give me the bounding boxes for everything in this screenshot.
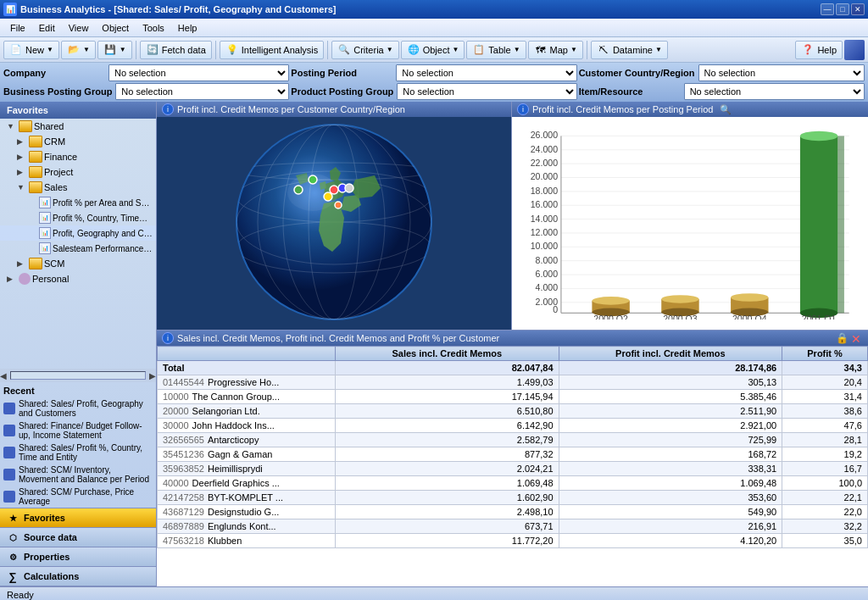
sidebar-scroll-thumb[interactable]	[10, 371, 146, 380]
cell-profit: 168,72	[559, 447, 782, 462]
tab-favorites[interactable]: ★ Favorites	[0, 508, 156, 528]
datamine-button[interactable]: ⛏ Datamine ▼	[591, 41, 668, 59]
minimize-button[interactable]: —	[821, 3, 834, 15]
customer-country-label: Customer Country/Region	[579, 68, 695, 78]
tree-finance[interactable]: ▶ Finance	[0, 149, 156, 164]
menu-view[interactable]: View	[62, 21, 96, 35]
svg-text:18.000: 18.000	[531, 186, 558, 196]
tab-properties[interactable]: ⚙ Properties	[0, 547, 156, 567]
object-button[interactable]: 🌐 Object ▼	[401, 41, 465, 59]
sidebar-scrollbar[interactable]: ◀ ▶	[0, 369, 156, 382]
table-row[interactable]: 10000The Cannon Group... 17.145,94 5.385…	[158, 390, 868, 404]
sidebar-bottom-tabs: ★ Favorites ⬡ Source data ⚙ Properties ∑…	[0, 508, 156, 586]
table-icon: 📋	[472, 43, 486, 57]
recent-icon	[3, 403, 15, 414]
cell-sales: 1.069,48	[336, 476, 559, 491]
charts-row: i Profit incl. Credit Memos per Customer…	[157, 102, 868, 331]
globe-info-icon: i	[162, 103, 174, 115]
menu-tools[interactable]: Tools	[136, 21, 171, 35]
table-row[interactable]: 30000John Haddock Ins... 6.142,90 2.921,…	[158, 419, 868, 433]
bar-info-icon: i	[517, 103, 529, 115]
table-row[interactable]: Total 82.047,84 28.174,86 34,3	[158, 361, 868, 375]
tab-source-data[interactable]: ⬡ Source data	[0, 528, 156, 547]
table-row[interactable]: 20000Selangorian Ltd. 6.510,80 2.511,90 …	[158, 404, 868, 419]
recent-item-1[interactable]: Shared: Sales/ Profit, Geography and Cus…	[0, 397, 156, 419]
new-button[interactable]: 📄 New ▼	[3, 41, 59, 59]
customer-country-select[interactable]: No selection	[698, 64, 865, 81]
menu-object[interactable]: Object	[95, 21, 136, 35]
tree-project[interactable]: ▶ Project	[0, 164, 156, 180]
personal-icon	[19, 273, 31, 285]
tree-profit-country[interactable]: 📊 Profit %, Country, Time…	[0, 210, 156, 225]
recent-header: Recent	[0, 384, 156, 397]
recent-item-4[interactable]: Shared: SCM/ Inventory, Movement and Bal…	[0, 464, 156, 486]
tree-item-label: Personal	[32, 274, 69, 284]
table-row[interactable]: 32656565Antarcticopy 2.582,79 725,99 28,…	[158, 433, 868, 447]
recent-item-2[interactable]: Shared: Finance/ Budget Follow-up, Incom…	[0, 419, 156, 442]
close-button[interactable]: ✕	[851, 3, 865, 15]
zoom-icon[interactable]: 🔍	[720, 104, 732, 115]
help-button[interactable]: ❓ Help	[795, 41, 843, 59]
table-row[interactable]: 35451236Gagn & Gaman 877,32 168,72 19,2	[158, 447, 868, 462]
menu-bar: File Edit View Object Tools Help	[0, 19, 868, 37]
tree-scm[interactable]: ▶ SCM	[0, 256, 156, 271]
lock-icon[interactable]: 🔒	[836, 332, 848, 344]
item-resource-select[interactable]: No selection	[684, 83, 865, 100]
menu-file[interactable]: File	[3, 21, 32, 35]
recent-item-5[interactable]: Shared: SCM/ Purchase, Price Average	[0, 486, 156, 508]
doc-icon: 📊	[39, 212, 51, 224]
cell-customer: 32656565Antarcticopy	[158, 433, 336, 447]
cell-profit: 2.921,00	[559, 419, 782, 433]
cell-customer: 20000Selangorian Ltd.	[158, 404, 336, 419]
table-row[interactable]: 47563218Klubben 11.772,20 4.120,20 35,0	[158, 534, 868, 548]
table-title: Sales incl. Credit Memos, Profit incl. C…	[177, 333, 499, 343]
table-button[interactable]: 📋 Table ▼	[466, 41, 526, 59]
expand-icon: ▶	[17, 153, 27, 161]
cell-customer: 35451236Gagn & Gaman	[158, 447, 336, 462]
tree-sales[interactable]: ▼ Sales	[0, 180, 156, 195]
biz-posting-select[interactable]: No selection	[115, 83, 289, 100]
maximize-button[interactable]: □	[836, 3, 849, 15]
map-button[interactable]: 🗺 Map ▼	[528, 41, 583, 59]
tree-crm[interactable]: ▶ CRM	[0, 134, 156, 149]
posting-period-select[interactable]: No selection	[396, 64, 576, 81]
intelligent-analysis-button[interactable]: 💡 Intelligent Analysis	[220, 41, 325, 59]
menu-help[interactable]: Help	[171, 21, 204, 35]
filter-product-posting-row: Product Posting Group No selection	[291, 83, 576, 100]
table-row[interactable]: 42147258BYT-KOMPLET ... 1.602,90 353,60 …	[158, 491, 868, 505]
tree-profit-area[interactable]: 📊 Profit % per Area and S…	[0, 195, 156, 210]
table-row[interactable]: 40000Deerfield Graphics ... 1.069,48 1.0…	[158, 476, 868, 491]
tree-salesteam[interactable]: 📊 Salesteam Performance…	[0, 241, 156, 256]
cell-customer: 47563218Klubben	[158, 534, 336, 548]
cell-profit: 28.174,86	[559, 361, 782, 375]
cell-sales: 2.024,21	[336, 462, 559, 476]
table-close-icon[interactable]: ✕	[851, 332, 863, 344]
tree-shared[interactable]: ▼ Shared	[0, 119, 156, 134]
tab-calculations[interactable]: ∑ Calculations	[0, 567, 156, 586]
biz-posting-label: Business Posting Group	[3, 86, 112, 97]
table-row[interactable]: 35963852Heimillisprydi 2.024,21 338,31 1…	[158, 462, 868, 476]
tree-personal[interactable]: ▶ Personal	[0, 271, 156, 286]
table-row[interactable]: 01445544Progressive Ho... 1.499,03 305,1…	[158, 375, 868, 390]
open-button[interactable]: 📂 ▼	[61, 41, 96, 59]
product-posting-select[interactable]: No selection	[397, 83, 576, 100]
save-button[interactable]: 💾 ▼	[97, 41, 132, 59]
calculations-tab-icon: ∑	[7, 570, 19, 582]
data-table[interactable]: Sales incl. Credit Memos Profit incl. Cr…	[157, 346, 868, 586]
svg-text:10.000: 10.000	[531, 241, 558, 251]
menu-edit[interactable]: Edit	[32, 21, 62, 35]
fetch-data-button[interactable]: 🔄 Fetch data	[140, 41, 212, 59]
cell-customer: Total	[158, 361, 336, 375]
folder-icon	[19, 120, 32, 132]
table-row[interactable]: 46897889Englunds Kont... 673,71 216,91 3…	[158, 519, 868, 534]
tree-profit-geo[interactable]: 📊 Profit, Geography and C…	[0, 225, 156, 241]
recent-item-3[interactable]: Shared: Sales/ Profit %, Country, Time a…	[0, 442, 156, 464]
criteria-button[interactable]: 🔍 Criteria ▼	[331, 41, 398, 59]
cell-profit: 5.385,46	[559, 390, 782, 404]
company-select[interactable]: No selection	[108, 64, 289, 81]
svg-text:8.000: 8.000	[536, 255, 559, 265]
table-row[interactable]: 43687129Designstudio G... 2.498,10 549,9…	[158, 505, 868, 519]
title-bar: 📊 Business Analytics - [Shared: Sales/ P…	[0, 0, 868, 19]
cell-sales: 1.499,03	[336, 375, 559, 390]
tree-item-label: CRM	[44, 136, 65, 147]
